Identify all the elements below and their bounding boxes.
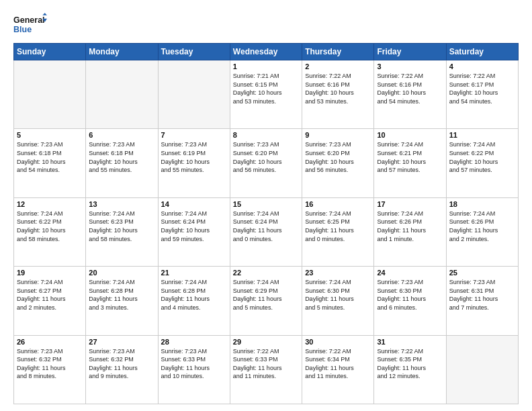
day-info: Sunrise: 7:23 AM Sunset: 6:30 PM Dayligh… [377, 278, 443, 312]
calendar-cell: 25Sunrise: 7:23 AM Sunset: 6:31 PM Dayli… [446, 267, 518, 335]
day-info: Sunrise: 7:22 AM Sunset: 6:35 PM Dayligh… [377, 347, 443, 381]
calendar-cell: 31Sunrise: 7:22 AM Sunset: 6:35 PM Dayli… [374, 335, 446, 404]
calendar-cell: 13Sunrise: 7:24 AM Sunset: 6:23 PM Dayli… [86, 197, 158, 266]
day-number: 24 [377, 269, 443, 277]
day-info: Sunrise: 7:24 AM Sunset: 6:21 PM Dayligh… [377, 140, 443, 174]
day-number: 25 [449, 269, 515, 277]
calendar-cell: 27Sunrise: 7:23 AM Sunset: 6:32 PM Dayli… [86, 335, 158, 404]
day-number: 1 [233, 62, 299, 71]
calendar-cell: 11Sunrise: 7:24 AM Sunset: 6:22 PM Dayli… [446, 129, 518, 197]
calendar-cell: 17Sunrise: 7:24 AM Sunset: 6:26 PM Dayli… [374, 197, 446, 266]
calendar-cell [446, 335, 518, 404]
day-number: 28 [161, 338, 227, 346]
calendar-week-row: 19Sunrise: 7:24 AM Sunset: 6:27 PM Dayli… [14, 267, 519, 335]
day-info: Sunrise: 7:22 AM Sunset: 6:16 PM Dayligh… [377, 72, 443, 105]
day-info: Sunrise: 7:23 AM Sunset: 6:18 PM Dayligh… [89, 140, 154, 174]
day-info: Sunrise: 7:23 AM Sunset: 6:19 PM Dayligh… [161, 140, 227, 174]
day-info: Sunrise: 7:24 AM Sunset: 6:24 PM Dayligh… [233, 210, 299, 243]
day-info: Sunrise: 7:23 AM Sunset: 6:33 PM Dayligh… [161, 347, 227, 381]
day-info: Sunrise: 7:24 AM Sunset: 6:28 PM Dayligh… [161, 278, 227, 312]
day-number: 3 [377, 62, 443, 71]
calendar-cell: 23Sunrise: 7:24 AM Sunset: 6:30 PM Dayli… [302, 267, 374, 335]
weekday-header-monday: Monday [86, 44, 158, 60]
calendar-table: SundayMondayTuesdayWednesdayThursdayFrid… [13, 43, 519, 404]
day-number: 9 [305, 131, 371, 139]
calendar-week-row: 1Sunrise: 7:21 AM Sunset: 6:15 PM Daylig… [14, 60, 519, 129]
calendar-week-row: 12Sunrise: 7:24 AM Sunset: 6:22 PM Dayli… [14, 197, 519, 266]
day-number: 5 [17, 131, 83, 139]
calendar-cell: 22Sunrise: 7:24 AM Sunset: 6:29 PM Dayli… [230, 267, 302, 335]
weekday-header-wednesday: Wednesday [230, 44, 302, 60]
day-info: Sunrise: 7:22 AM Sunset: 6:34 PM Dayligh… [305, 347, 371, 381]
day-number: 13 [89, 200, 154, 208]
day-number: 6 [89, 131, 154, 139]
calendar-cell: 15Sunrise: 7:24 AM Sunset: 6:24 PM Dayli… [230, 197, 302, 266]
calendar-cell: 10Sunrise: 7:24 AM Sunset: 6:21 PM Dayli… [374, 129, 446, 197]
logo-svg: General Blue [13, 11, 47, 38]
day-number: 21 [161, 269, 227, 277]
day-number: 14 [161, 200, 227, 208]
calendar-cell: 8Sunrise: 7:23 AM Sunset: 6:20 PM Daylig… [230, 129, 302, 197]
calendar-cell: 30Sunrise: 7:22 AM Sunset: 6:34 PM Dayli… [302, 335, 374, 404]
day-info: Sunrise: 7:23 AM Sunset: 6:20 PM Dayligh… [305, 140, 371, 174]
weekday-header-friday: Friday [374, 44, 446, 60]
calendar-cell: 20Sunrise: 7:24 AM Sunset: 6:28 PM Dayli… [86, 267, 158, 335]
calendar-cell: 28Sunrise: 7:23 AM Sunset: 6:33 PM Dayli… [158, 335, 230, 404]
calendar-cell: 3Sunrise: 7:22 AM Sunset: 6:16 PM Daylig… [374, 60, 446, 129]
header: General Blue [13, 11, 519, 38]
calendar-cell: 29Sunrise: 7:22 AM Sunset: 6:33 PM Dayli… [230, 335, 302, 404]
calendar-week-row: 26Sunrise: 7:23 AM Sunset: 6:32 PM Dayli… [14, 335, 519, 404]
day-number: 12 [17, 200, 83, 208]
day-info: Sunrise: 7:22 AM Sunset: 6:16 PM Dayligh… [305, 72, 371, 105]
day-number: 16 [305, 200, 371, 208]
day-number: 31 [377, 338, 443, 346]
day-number: 29 [233, 338, 299, 346]
svg-text:Blue: Blue [13, 25, 32, 34]
day-info: Sunrise: 7:22 AM Sunset: 6:33 PM Dayligh… [233, 347, 299, 381]
day-info: Sunrise: 7:23 AM Sunset: 6:20 PM Dayligh… [233, 140, 299, 174]
day-number: 10 [377, 131, 443, 139]
calendar-cell: 4Sunrise: 7:22 AM Sunset: 6:17 PM Daylig… [446, 60, 518, 129]
calendar-cell [14, 60, 86, 129]
day-info: Sunrise: 7:23 AM Sunset: 6:18 PM Dayligh… [17, 140, 83, 174]
calendar-cell: 18Sunrise: 7:24 AM Sunset: 6:26 PM Dayli… [446, 197, 518, 266]
svg-text:General: General [13, 15, 45, 25]
day-info: Sunrise: 7:24 AM Sunset: 6:25 PM Dayligh… [305, 210, 371, 243]
day-info: Sunrise: 7:24 AM Sunset: 6:24 PM Dayligh… [161, 210, 227, 243]
day-info: Sunrise: 7:23 AM Sunset: 6:32 PM Dayligh… [89, 347, 154, 381]
weekday-header-row: SundayMondayTuesdayWednesdayThursdayFrid… [14, 44, 519, 60]
day-number: 18 [449, 200, 515, 208]
day-number: 23 [305, 269, 371, 277]
day-info: Sunrise: 7:24 AM Sunset: 6:27 PM Dayligh… [17, 278, 83, 312]
calendar-cell: 7Sunrise: 7:23 AM Sunset: 6:19 PM Daylig… [158, 129, 230, 197]
day-number: 20 [89, 269, 154, 277]
day-info: Sunrise: 7:24 AM Sunset: 6:22 PM Dayligh… [449, 140, 515, 174]
day-number: 4 [449, 62, 515, 71]
calendar-cell: 12Sunrise: 7:24 AM Sunset: 6:22 PM Dayli… [14, 197, 86, 266]
svg-marker-2 [42, 13, 47, 15]
day-info: Sunrise: 7:24 AM Sunset: 6:23 PM Dayligh… [89, 210, 154, 243]
day-number: 8 [233, 131, 299, 139]
day-info: Sunrise: 7:24 AM Sunset: 6:26 PM Dayligh… [377, 210, 443, 243]
day-info: Sunrise: 7:24 AM Sunset: 6:28 PM Dayligh… [89, 278, 154, 312]
calendar-cell: 24Sunrise: 7:23 AM Sunset: 6:30 PM Dayli… [374, 267, 446, 335]
weekday-header-saturday: Saturday [446, 44, 518, 60]
day-number: 17 [377, 200, 443, 208]
day-info: Sunrise: 7:24 AM Sunset: 6:29 PM Dayligh… [233, 278, 299, 312]
calendar-cell: 5Sunrise: 7:23 AM Sunset: 6:18 PM Daylig… [14, 129, 86, 197]
day-number: 2 [305, 62, 371, 71]
day-number: 7 [161, 131, 227, 139]
calendar-cell [86, 60, 158, 129]
calendar-week-row: 5Sunrise: 7:23 AM Sunset: 6:18 PM Daylig… [14, 129, 519, 197]
calendar-cell: 2Sunrise: 7:22 AM Sunset: 6:16 PM Daylig… [302, 60, 374, 129]
logo: General Blue [13, 11, 47, 38]
day-info: Sunrise: 7:24 AM Sunset: 6:22 PM Dayligh… [17, 210, 83, 243]
calendar-cell: 19Sunrise: 7:24 AM Sunset: 6:27 PM Dayli… [14, 267, 86, 335]
day-info: Sunrise: 7:23 AM Sunset: 6:31 PM Dayligh… [449, 278, 515, 312]
calendar-cell: 26Sunrise: 7:23 AM Sunset: 6:32 PM Dayli… [14, 335, 86, 404]
day-number: 15 [233, 200, 299, 208]
calendar-cell: 1Sunrise: 7:21 AM Sunset: 6:15 PM Daylig… [230, 60, 302, 129]
calendar-cell: 21Sunrise: 7:24 AM Sunset: 6:28 PM Dayli… [158, 267, 230, 335]
day-info: Sunrise: 7:23 AM Sunset: 6:32 PM Dayligh… [17, 347, 83, 381]
weekday-header-tuesday: Tuesday [158, 44, 230, 60]
